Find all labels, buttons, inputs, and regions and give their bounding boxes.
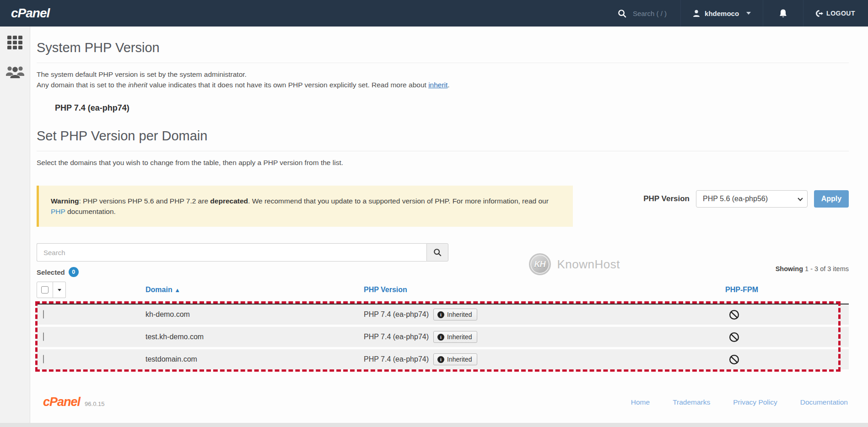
info-icon: i [437,356,444,363]
cpanel-version: 96.0.15 [85,400,104,407]
checkbox[interactable] [41,286,49,294]
prohibited-icon [729,310,849,320]
sort-ascending-icon: ▲ [174,287,180,294]
domain-cell: kh-demo.com [146,310,364,319]
column-header-php-version[interactable]: PHP Version [364,286,725,294]
footer-link-trademarks[interactable]: Trademarks [673,398,710,406]
php-version-control: PHP Version PHP 5.6 (ea-php56) Apply [643,190,849,208]
row-checkbox[interactable] [43,355,44,363]
php-version-selected-option: PHP 5.6 (ea-php56) [703,195,768,203]
php-version-label: PHP Version [643,194,690,203]
section-description: Select the domains that you wish to chan… [37,158,849,168]
info-icon: i [437,311,444,318]
navbar-right: Search ( / ) khdemoco LOGOUT [604,0,868,27]
row-checkbox[interactable] [43,310,44,319]
php-version-cell: PHP 7.4 (ea-php74) iInherited [364,309,725,320]
logout-icon [815,10,823,17]
notifications-button[interactable] [763,0,803,27]
selected-count-badge: 0 [69,267,79,277]
inherit-emphasis: inherit [128,81,147,89]
prohibited-icon [729,332,849,342]
domain-table-area: Selected 0 KH KnownHost Showing 1 - 3 of… [37,243,849,369]
main-content: System PHP Version The system default PH… [30,27,868,427]
global-search[interactable]: Search ( / ) [604,0,680,27]
php-version-select[interactable]: PHP 5.6 (ea-php56) [696,190,808,208]
table-row[interactable]: test.kh-demo.com PHP 7.4 (ea-php74) iInh… [37,327,849,347]
php-version-cell: PHP 7.4 (ea-php74) iInherited [364,353,725,365]
select-all-group [37,282,146,298]
search-button[interactable] [426,243,448,262]
footer-links: Home Trademarks Privacy Policy Documenta… [631,398,848,406]
cpanel-footer-logo: cPanel [43,395,80,409]
search-icon [433,248,442,256]
column-header-domain[interactable]: Domain ▲ [146,286,364,294]
table-header-row: Domain ▲ PHP Version PHP-FPM [37,277,849,304]
selected-count-row: Selected 0 [37,267,849,277]
footer-link-privacy-policy[interactable]: Privacy Policy [733,398,777,406]
knownhost-logo-icon: KH [529,253,551,275]
php-version-cell: PHP 7.4 (ea-php74) iInherited [364,331,725,343]
apply-button[interactable]: Apply [814,190,849,208]
warning-label: Warning [51,197,79,205]
row-checkbox[interactable] [43,332,44,341]
column-header-php-fpm[interactable]: PHP-FPM [725,286,849,294]
caret-down-icon [746,12,751,15]
users-icon[interactable] [5,64,25,79]
logout-label: LOGOUT [826,10,855,17]
table-search-group [37,243,448,262]
chevron-down-icon [798,196,803,201]
section-title: Set PHP Version per Domain [37,128,849,151]
search-input[interactable] [37,243,426,262]
select-all-checkbox-button[interactable] [37,282,53,298]
prohibited-icon [729,354,849,365]
php-fpm-cell [725,310,849,320]
global-search-placeholder: Search ( / ) [633,10,667,17]
left-sidebar [0,27,30,427]
description-line1: The system default PHP version is set by… [37,70,247,78]
domain-cell: test.kh-demo.com [146,333,364,341]
footer-link-home[interactable]: Home [631,398,650,406]
deprecated-emphasis: deprecated [210,197,248,205]
footer-brand-wrap: cPanel 96.0.15 [37,395,104,409]
inherited-badge[interactable]: iInherited [433,331,477,343]
page-description: The system default PHP version is set by… [37,69,849,91]
warning-and-controls-row: Warning: PHP versions PHP 5.6 and PHP 7.… [37,186,849,227]
knownhost-watermark: KH KnownHost [529,253,620,275]
table-row[interactable]: testdomain.com PHP 7.4 (ea-php74) iInher… [37,349,849,369]
username-label: khdemoco [705,10,739,17]
inherited-badge[interactable]: iInherited [433,353,477,365]
table-body: kh-demo.com PHP 7.4 (ea-php74) iInherite… [37,304,849,369]
inherit-link[interactable]: inherit [428,81,447,89]
domain-cell: testdomain.com [146,355,364,363]
footer-link-documentation[interactable]: Documentation [800,398,848,406]
cpanel-logo: cPanel [0,6,49,21]
system-php-version-value: PHP 7.4 (ea-php74) [55,103,849,113]
php-docs-link[interactable]: PHP [51,208,65,215]
user-menu[interactable]: khdemoco [680,0,763,27]
showing-items-text: Showing 1 - 3 of 3 items [776,265,849,272]
knownhost-name: KnownHost [557,257,620,272]
page-footer: cPanel 96.0.15 Home Trademarks Privacy P… [37,395,849,409]
top-navbar: cPanel Search ( / ) khdemoco LOGOUT [0,0,868,27]
caret-down-icon [58,289,61,291]
php-fpm-cell [725,354,849,365]
inherited-badge[interactable]: iInherited [433,309,477,320]
info-icon: i [437,334,444,341]
page-title: System PHP Version [37,40,849,63]
apps-grid-icon[interactable] [7,36,22,49]
viewport-bottom-edge [0,423,868,427]
deprecation-warning-callout: Warning: PHP versions PHP 5.6 and PHP 7.… [37,186,573,227]
table-row[interactable]: kh-demo.com PHP 7.4 (ea-php74) iInherite… [37,304,849,325]
logout-button[interactable]: LOGOUT [803,0,868,27]
php-fpm-cell [725,332,849,342]
user-icon [693,10,700,17]
selected-label: Selected [37,268,65,276]
select-menu-button[interactable] [53,282,66,298]
bell-icon [779,9,787,18]
search-icon [618,9,626,18]
